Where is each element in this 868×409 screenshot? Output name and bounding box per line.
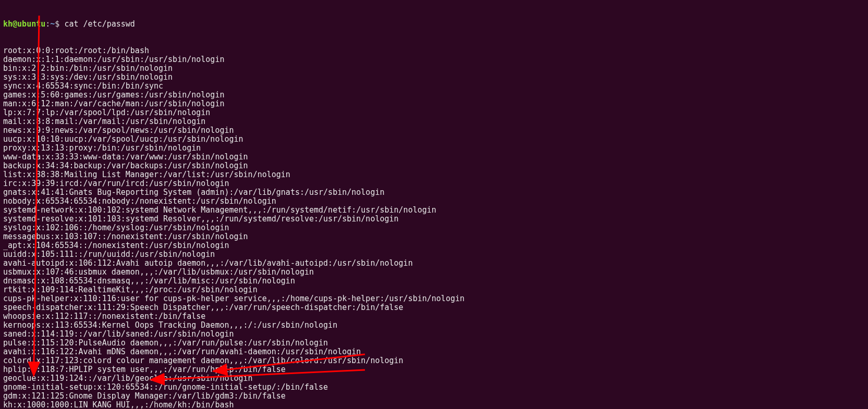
output-line: uuidd:x:105:111::/run/uuidd:/usr/sbin/no…	[3, 250, 865, 259]
output-line: news:x:9:9:news:/var/spool/news:/usr/sbi…	[3, 126, 865, 135]
output-line: dnsmasq:x:108:65534:dnsmasq,,,:/var/lib/…	[3, 277, 865, 286]
output-line: list:x:38:38:Mailing List Manager:/var/l…	[3, 170, 865, 179]
command-text: cat /etc/passwd	[59, 19, 135, 29]
output-line: geoclue:x:119:124::/var/lib/geoclue:/usr…	[3, 374, 865, 383]
output-line: colord:x:117:123:colord colour managemen…	[3, 356, 865, 365]
output-line: saned:x:114:119::/var/lib/saned:/usr/sbi…	[3, 330, 865, 339]
output-line: gnats:x:41:41:Gnats Bug-Reporting System…	[3, 188, 865, 197]
output-line: kernoops:x:113:65534:Kernel Oops Trackin…	[3, 321, 865, 330]
output-line: games:x:5:60:games:/usr/games:/usr/sbin/…	[3, 91, 865, 100]
output-block: root:x:0:0:root:/root:/bin/bashdaemon:x:…	[3, 46, 865, 409]
prompt-colon: :	[45, 19, 50, 29]
output-line: irc:x:39:39:ircd:/var/run/ircd:/usr/sbin…	[3, 179, 865, 188]
output-line: lp:x:7:7:lp:/var/spool/lpd:/usr/sbin/nol…	[3, 108, 865, 117]
prompt-host: ubuntu	[17, 19, 45, 29]
output-line: _apt:x:104:65534::/nonexistent:/usr/sbin…	[3, 241, 865, 250]
prompt-at: @	[13, 19, 17, 29]
output-line: avahi-autoipd:x:106:112:Avahi autoip dae…	[3, 259, 865, 268]
output-line: kh:x:1000:1000:LIN KANG HUI,,,:/home/kh:…	[3, 401, 865, 409]
output-line: bin:x:2:2:bin:/bin:/usr/sbin/nologin	[3, 64, 865, 73]
output-line: systemd-resolve:x:101:103:systemd Resolv…	[3, 215, 865, 224]
output-line: avahi:x:116:122:Avahi mDNS daemon,,,:/va…	[3, 348, 865, 356]
output-line: man:x:6:12:man:/var/cache/man:/usr/sbin/…	[3, 100, 865, 108]
output-line: gdm:x:121:125:Gnome Display Manager:/var…	[3, 392, 865, 401]
output-line: systemd-network:x:100:102:systemd Networ…	[3, 206, 865, 215]
output-line: www-data:x:33:33:www-data:/var/www:/usr/…	[3, 153, 865, 162]
output-line: daemon:x:1:1:daemon:/usr/sbin:/usr/sbin/…	[3, 55, 865, 64]
output-line: root:x:0:0:root:/root:/bin/bash	[3, 46, 865, 55]
output-line: whoopsie:x:112:117::/nonexistent:/bin/fa…	[3, 312, 865, 321]
output-line: messagebus:x:103:107::/nonexistent:/usr/…	[3, 232, 865, 241]
prompt-line-1: kh@ubuntu:~$ cat /etc/passwd	[3, 20, 865, 29]
output-line: sync:x:4:65534:sync:/bin:/bin/sync	[3, 82, 865, 91]
output-line: mail:x:8:8:mail:/var/mail:/usr/sbin/nolo…	[3, 117, 865, 126]
output-line: cups-pk-helper:x:110:116:user for cups-p…	[3, 294, 865, 303]
output-line: usbmux:x:107:46:usbmux daemon,,,:/var/li…	[3, 268, 865, 277]
output-line: hplip:x:118:7:HPLIP system user,,,:/var/…	[3, 365, 865, 374]
output-line: speech-dispatcher:x:111:29:Speech Dispat…	[3, 303, 865, 312]
output-line: proxy:x:13:13:proxy:/bin:/usr/sbin/nolog…	[3, 144, 865, 153]
output-line: gnome-initial-setup:x:120:65534::/run/gn…	[3, 383, 865, 392]
output-line: syslog:x:102:106::/home/syslog:/usr/sbin…	[3, 224, 865, 232]
terminal[interactable]: kh@ubuntu:~$ cat /etc/passwd root:x:0:0:…	[0, 0, 868, 409]
output-line: backup:x:34:34:backup:/var/backups:/usr/…	[3, 162, 865, 170]
prompt-path: ~	[50, 19, 55, 29]
output-line: nobody:x:65534:65534:nobody:/nonexistent…	[3, 197, 865, 206]
prompt-user: kh	[3, 19, 13, 29]
output-line: sys:x:3:3:sys:/dev:/usr/sbin/nologin	[3, 73, 865, 82]
output-line: uucp:x:10:10:uucp:/var/spool/uucp:/usr/s…	[3, 135, 865, 144]
output-line: rtkit:x:109:114:RealtimeKit,,,:/proc:/us…	[3, 286, 865, 294]
output-line: pulse:x:115:120:PulseAudio daemon,,,:/va…	[3, 339, 865, 348]
